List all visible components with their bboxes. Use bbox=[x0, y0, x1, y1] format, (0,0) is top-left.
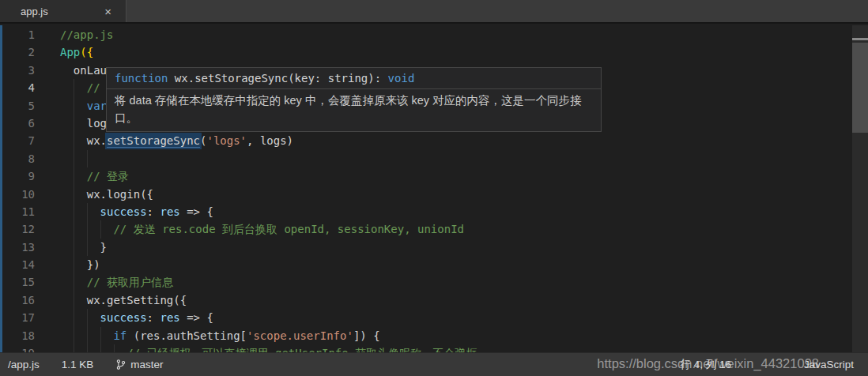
code-token: , logs) bbox=[247, 134, 293, 147]
code-token: wx.getSetting({ bbox=[60, 294, 187, 306]
code-line[interactable]: 13 } bbox=[0, 239, 852, 256]
code-token: success bbox=[100, 205, 147, 218]
code-token: res bbox=[160, 205, 179, 218]
line-number: 6 bbox=[0, 115, 35, 132]
code-line-text: var bbox=[60, 97, 107, 115]
status-cursor-position[interactable]: 行 4, 列 16 bbox=[680, 358, 731, 372]
code-line[interactable]: 18 if (res.authSetting['scope.userInfo']… bbox=[0, 327, 852, 344]
line-number: 8 bbox=[0, 150, 35, 167]
code-line-text: // 获取用户信息 bbox=[60, 273, 173, 291]
code-line-text: if (res.authSetting['scope.userInfo']) { bbox=[60, 327, 380, 344]
status-right: 行 4, 列 16 JavaScript bbox=[680, 358, 860, 372]
code-line[interactable]: 7 wx.setStorageSync('logs', logs) bbox=[0, 132, 852, 149]
code-token: // 登录 bbox=[60, 170, 129, 182]
overview-ruler-marker bbox=[852, 38, 868, 40]
code-token: onLau bbox=[60, 64, 107, 77]
line-number: 9 bbox=[0, 167, 35, 185]
code-line-text: //app.js bbox=[60, 26, 113, 43]
code-token: : bbox=[147, 311, 160, 324]
line-number: 7 bbox=[0, 132, 35, 149]
status-git-branch[interactable]: master bbox=[115, 359, 163, 370]
code-line[interactable]: 17 success: res => { bbox=[0, 309, 852, 326]
status-file-path[interactable]: /app.js bbox=[8, 359, 40, 370]
code-token: }) bbox=[60, 258, 100, 271]
line-number: 15 bbox=[0, 273, 35, 291]
line-number: 18 bbox=[0, 327, 35, 344]
code-line-text: // bbox=[60, 79, 100, 96]
git-branch-icon bbox=[115, 359, 126, 370]
vertical-scrollbar[interactable] bbox=[852, 25, 868, 352]
indent-guide bbox=[74, 150, 74, 167]
line-number: 19 bbox=[0, 344, 35, 352]
code-line-text: wx.login({ bbox=[60, 186, 153, 203]
line-number: 16 bbox=[0, 291, 35, 309]
line-number: 5 bbox=[0, 97, 35, 115]
tooltip-signature: function wx.setStorageSync(key: string):… bbox=[107, 68, 601, 88]
line-number: 3 bbox=[0, 62, 35, 79]
code-token: success bbox=[100, 311, 147, 324]
code-token: // 获取用户信息 bbox=[60, 276, 173, 288]
code-token: log bbox=[60, 117, 107, 130]
line-number: 4 bbox=[0, 79, 35, 96]
line-number: 10 bbox=[0, 186, 35, 203]
code-token: var bbox=[87, 100, 107, 112]
code-line-text: // 已经授权，可以直接调用 getUserInfo 获取头像昵称，不会弹框 bbox=[60, 344, 477, 352]
code-line-text: onLau bbox=[60, 62, 107, 79]
tooltip-doc: 将 data 存储在本地缓存中指定的 key 中，会覆盖掉原来该 key 对应的… bbox=[107, 89, 601, 131]
tab-title: app.js bbox=[21, 6, 48, 17]
code-line[interactable]: 9 // 登录 bbox=[0, 167, 852, 185]
code-token bbox=[60, 311, 100, 324]
code-token: 'scope.userInfo' bbox=[247, 329, 353, 342]
code-line[interactable]: 8 bbox=[0, 150, 852, 167]
code-token bbox=[60, 100, 87, 112]
code-line[interactable]: 1//app.js bbox=[0, 26, 852, 43]
code-token bbox=[60, 329, 113, 342]
code-line[interactable]: 15 // 获取用户信息 bbox=[0, 273, 852, 291]
code-token: // 发送 res.code 到后台换取 openId, sessionKey,… bbox=[60, 223, 464, 235]
line-number: 17 bbox=[0, 309, 35, 326]
code-token: App bbox=[60, 46, 80, 58]
code-token: (res.authSetting[ bbox=[126, 329, 247, 342]
code-line[interactable]: 14 }) bbox=[0, 256, 852, 273]
code-token: => { bbox=[180, 205, 213, 218]
code-token: // 已经授权，可以直接调用 getUserInfo 获取头像昵称，不会弹框 bbox=[60, 347, 477, 352]
status-left: /app.js 1.1 KB master bbox=[8, 359, 164, 370]
code-line[interactable]: 12 // 发送 res.code 到后台换取 openId, sessionK… bbox=[0, 220, 852, 238]
code-token: : bbox=[147, 205, 160, 218]
code-line-text: success: res => { bbox=[60, 309, 213, 326]
code-token: function bbox=[115, 72, 168, 85]
code-line[interactable]: 19 // 已经授权，可以直接调用 getUserInfo 获取头像昵称，不会弹… bbox=[0, 344, 852, 352]
code-line[interactable]: 2App({ bbox=[0, 43, 852, 61]
code-line-text: success: res => { bbox=[60, 203, 213, 220]
code-token: wx. bbox=[60, 134, 107, 147]
code-line-text: // 发送 res.code 到后台换取 openId, sessionKey,… bbox=[60, 220, 464, 238]
close-icon[interactable]: × bbox=[101, 4, 115, 19]
git-branch-label: master bbox=[130, 359, 163, 370]
tab-app-js[interactable]: app.js × bbox=[0, 0, 126, 22]
line-number: 2 bbox=[0, 43, 35, 61]
code-token: ({ bbox=[80, 46, 93, 58]
code-line-text: } bbox=[60, 239, 107, 256]
status-bar: /app.js 1.1 KB master 行 4, 列 16 JavaScri… bbox=[0, 352, 868, 376]
line-number: 12 bbox=[0, 220, 35, 238]
code-token: //app.js bbox=[60, 28, 113, 41]
code-line[interactable]: 11 success: res => { bbox=[0, 203, 852, 220]
code-token: wx.setStorageSync(key: string): bbox=[168, 72, 387, 85]
code-line-text: App({ bbox=[60, 43, 93, 61]
code-token: res bbox=[160, 311, 179, 324]
line-number: 14 bbox=[0, 256, 35, 273]
code-line-text: log bbox=[60, 115, 107, 132]
code-line-text: wx.setStorageSync('logs', logs) bbox=[60, 132, 293, 149]
line-number: 11 bbox=[0, 203, 35, 220]
indent-guide bbox=[87, 150, 88, 167]
code-token: } bbox=[60, 241, 107, 254]
code-line[interactable]: 16 wx.getSetting({ bbox=[0, 291, 852, 309]
code-token: // bbox=[60, 81, 100, 94]
code-token: setStorageSync bbox=[107, 134, 200, 148]
code-line-text: }) bbox=[60, 256, 100, 273]
code-token: => { bbox=[180, 311, 213, 324]
status-file-size: 1.1 KB bbox=[62, 359, 94, 370]
scrollbar-thumb[interactable] bbox=[852, 43, 868, 133]
status-language-mode[interactable]: JavaScript bbox=[804, 359, 854, 370]
code-line[interactable]: 10 wx.login({ bbox=[0, 186, 852, 203]
